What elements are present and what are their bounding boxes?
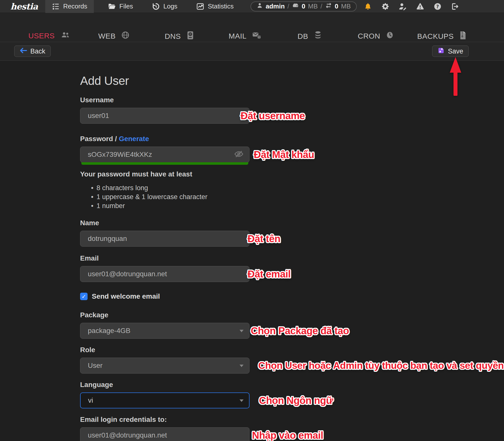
hestia-logo[interactable]: hestia	[10, 1, 45, 11]
main-content: Add User Username user01 Đặt username Pa…	[0, 75, 504, 441]
bandwidth-usage-unit: MB	[341, 2, 351, 10]
disk-usage-value: 0	[302, 2, 305, 10]
credentials-label: Email login credentials to:	[80, 415, 250, 424]
dns-icon	[186, 31, 194, 42]
welcome-checkbox-label: Send welcome email	[92, 292, 160, 300]
email-label: Email	[80, 254, 250, 263]
bandwidth-usage-value: 0	[335, 2, 338, 10]
username-group: Username user01 Đặt username	[80, 96, 250, 124]
back-button-label: Back	[30, 48, 45, 55]
generate-password-link[interactable]: Generate	[119, 135, 149, 143]
package-select[interactable]: package-4GB	[80, 323, 250, 339]
page-title: Add User	[80, 75, 504, 87]
topbar-menu: Records Files Logs	[45, 0, 238, 13]
action-toolbar: Back Save	[0, 42, 504, 61]
password-group: Password / Generate sOGx739WiE4tkXKz Đặt…	[80, 135, 250, 163]
stats-icon	[196, 2, 204, 10]
help-icon[interactable]: ?	[433, 2, 442, 11]
bandwidth-icon	[325, 2, 332, 11]
tab-cron[interactable]: CRON	[358, 31, 394, 41]
package-group: Package package-4GB Chọn Package đã tạo	[80, 311, 250, 339]
password-strength-bar	[81, 162, 248, 165]
annotation-credentials: Nhập vào email	[252, 430, 323, 441]
role-select[interactable]: User	[80, 358, 250, 374]
users-icon	[60, 31, 71, 41]
separator: /	[115, 135, 117, 143]
tab-users[interactable]: USERS	[28, 31, 71, 41]
globe-icon	[121, 31, 130, 41]
tab-label: WEB	[98, 32, 116, 40]
eye-slash-icon[interactable]	[234, 150, 244, 159]
topbar-item-files[interactable]: Files	[103, 0, 138, 13]
username-input[interactable]: user01	[80, 108, 250, 124]
topbar-item-records[interactable]: Records	[45, 0, 94, 13]
username-label: Username	[80, 96, 250, 104]
email-group: Email user01@dotrungquan.net Đặt email	[80, 254, 250, 282]
tab-label: BACKUPS	[417, 33, 454, 40]
backup-icon	[459, 31, 467, 42]
topbar-item-statistics[interactable]: Statistics	[192, 0, 238, 13]
folder-icon	[108, 2, 116, 10]
mail-icon	[252, 31, 261, 41]
topbar-item-label: Files	[119, 2, 133, 10]
role-group: Role User Chọn User hoặc Admin tùy thuộc…	[80, 346, 250, 374]
welcome-checkbox[interactable]: ✓	[80, 293, 88, 300]
topbar-item-logs[interactable]: Logs	[147, 0, 182, 13]
password-input[interactable]: sOGx739WiE4tkXKz	[80, 147, 250, 163]
credentials-group: Email login credentials to: user01@dotru…	[80, 415, 250, 441]
topbar-item-label: Statistics	[208, 2, 234, 10]
password-hint-item: 8 characters long	[80, 184, 250, 192]
password-hint-list: 8 characters long 1 uppercase & 1 lowerc…	[80, 184, 250, 210]
tab-label: DB	[298, 33, 308, 40]
tab-label: MAIL	[229, 32, 247, 40]
tab-db[interactable]: DB	[298, 31, 322, 42]
user-edit-icon[interactable]	[399, 2, 407, 11]
tab-label: DNS	[165, 33, 181, 40]
name-label: Name	[80, 219, 250, 227]
logout-icon[interactable]	[451, 2, 459, 11]
annotation-package: Chọn Package đã tạo	[251, 325, 349, 336]
back-button[interactable]: Back	[14, 46, 51, 57]
role-label: Role	[80, 346, 250, 354]
language-label: Language	[80, 381, 250, 389]
tab-mail[interactable]: MAIL	[229, 31, 261, 41]
language-group: Language vi Chọn Ngôn ngữ	[80, 381, 250, 408]
annotation-username: Đặt username	[241, 110, 305, 121]
name-input[interactable]: dotrungquan	[80, 231, 250, 247]
save-button[interactable]: Save	[432, 46, 469, 57]
credentials-input[interactable]: user01@dotrungquan.net	[80, 427, 250, 441]
topbar-item-label: Logs	[163, 2, 177, 10]
user-icon	[256, 2, 263, 10]
account-name: admin	[266, 2, 285, 10]
tab-backups[interactable]: BACKUPS	[417, 31, 467, 42]
save-floppy-icon	[438, 47, 445, 56]
hestia-add-user-page: { "topbar": { "logo": "hestia", "items":…	[0, 0, 504, 441]
history-icon	[152, 2, 160, 10]
tab-dns[interactable]: DNS	[165, 31, 194, 42]
save-pointer-arrow	[447, 57, 464, 97]
password-hint-item: 1 uppercase & 1 lowercase character	[80, 193, 250, 201]
password-hint-item: 1 number	[80, 202, 250, 210]
database-icon	[314, 31, 322, 42]
disk-usage-unit: MB	[308, 2, 318, 10]
password-hint-title: Your password must have at least	[80, 170, 250, 178]
topbar-action-icons: ?	[364, 2, 459, 11]
account-usage-pill[interactable]: admin / 0 MB / 0 MB	[251, 1, 357, 11]
welcome-email-row[interactable]: ✓ Send welcome email	[80, 292, 250, 300]
clock-icon	[386, 31, 394, 41]
language-select[interactable]: vi	[80, 392, 250, 408]
annotation-email: Đặt email	[248, 269, 291, 280]
chevron-down-icon	[240, 365, 244, 367]
gear-icon[interactable]	[381, 2, 390, 11]
topbar: hestia Records Files	[0, 0, 504, 13]
topbar-item-label: Records	[63, 2, 87, 10]
password-label-text: Password	[80, 135, 113, 143]
warning-icon[interactable]	[416, 2, 424, 11]
chevron-down-icon	[240, 399, 244, 402]
tab-web[interactable]: WEB	[98, 31, 130, 41]
section-tabs: USERS WEB DNS MAIL	[0, 13, 504, 42]
records-icon	[52, 2, 60, 10]
email-input[interactable]: user01@dotrungquan.net	[80, 266, 250, 282]
bell-icon[interactable]	[364, 2, 372, 11]
disk-icon	[292, 2, 299, 11]
